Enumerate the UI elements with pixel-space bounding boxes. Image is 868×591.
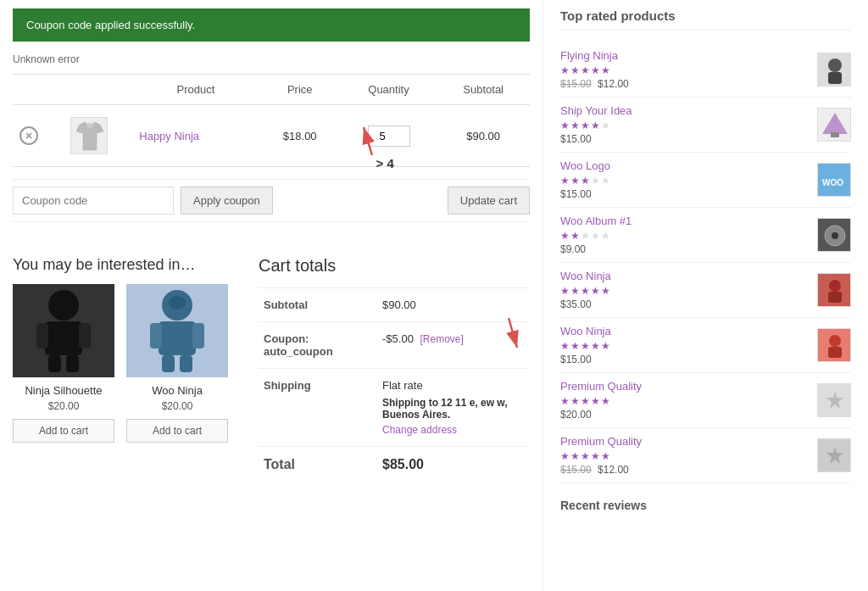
interested-product-price: $20.00 [126,400,228,412]
interested-product-name: Woo Ninja [126,384,228,397]
woo-ninja-1-thumb [818,274,851,307]
sidebar-product-info: Woo Album #1 ★★★★★ $9.00 [560,215,809,255]
sidebar-product-link[interactable]: Woo Album #1 [560,215,809,227]
ninja-silhouette-icon [13,284,114,377]
total-label: Total [259,447,377,483]
subtotal-label: Subtotal [259,288,377,322]
svg-line-18 [509,318,517,348]
svg-point-31 [829,280,841,292]
svg-rect-6 [36,323,48,348]
remove-cell: × [13,105,45,167]
cart-row: × Happy Ninja [13,105,530,167]
sidebar-product-price: $20.00 [560,409,809,421]
coupon-discount-value: -$5.00 [382,332,414,345]
col-thumb [45,75,132,105]
interested-product-name: Ninja Silhouette [13,384,114,397]
svg-text:WOO: WOO [822,178,843,187]
top-rated-title: Top rated products [560,8,851,31]
remove-coupon-button[interactable]: [Remove] [420,333,464,345]
add-to-cart-button-0[interactable]: Add to cart [13,419,114,443]
sidebar-product-thumb [817,273,851,307]
add-to-cart-button-1[interactable]: Add to cart [126,419,228,443]
remove-item-button[interactable]: × [19,126,38,145]
stars: ★★★★★ [560,285,809,297]
product-subtotal: $90.00 [466,130,500,142]
product-card: Ninja Silhouette $20.00 Add to cart [13,284,114,443]
premium-quality-2-thumb [818,439,851,472]
product-price: $18.00 [283,130,317,142]
col-subtotal: Subtotal [437,75,530,105]
shipping-label: Shipping [259,369,377,447]
total-value: $85.00 [377,447,530,483]
coupon-total-value: -$5.00 [Remove] [377,322,530,369]
sidebar-product-price: $15.00 [560,133,809,145]
woo-logo-thumb: WOO [818,164,851,197]
update-cart-button[interactable]: Update cart [448,187,530,215]
interested-title: You may be interested in… [13,256,242,274]
svg-point-29 [832,232,838,239]
svg-point-1 [86,123,93,128]
product-thumb-cell [45,105,132,167]
recent-reviews-title: Recent reviews [560,499,851,512]
sidebar-product-link[interactable]: Premium Quality [560,435,809,448]
sidebar-product: Woo Ninja ★★★★★ $15.00 [560,318,851,373]
sidebar-product-thumb [817,108,851,142]
svg-rect-14 [162,355,175,372]
stars: ★★★★★ [560,450,809,462]
stars: ★★★★★ [560,230,809,242]
sidebar-product-info: Flying Ninja ★★★★★ $15.00 $12.00 [560,49,809,90]
sidebar-product-link[interactable]: Flying Ninja [560,49,809,62]
flying-ninja-thumb [818,53,851,86]
sidebar-product-info: Woo Logo ★★★★★ $15.00 [560,159,809,200]
svg-rect-15 [180,355,192,372]
shipping-row: Shipping Flat rate Shipping to 12 11 e, … [259,369,530,447]
svg-point-34 [829,335,841,347]
svg-rect-11 [159,321,196,355]
product-thumbnail [70,117,108,154]
col-remove [13,75,45,105]
sidebar-product-link[interactable]: Premium Quality [560,380,809,393]
cart-totals-section: Cart totals Subtotal $90.00 Coupon: auto… [259,256,530,482]
svg-point-20 [828,59,842,72]
col-qty: Quantity [341,75,437,105]
woo-ninja-icon [126,284,228,377]
quantity-cell: > 4 [341,105,437,167]
products-grid: Ninja Silhouette $20.00 Add to cart [13,284,242,443]
sidebar-product-price: $35.00 [560,298,809,310]
gt4-label: > 4 [376,156,394,170]
sidebar-product-link[interactable]: Woo Logo [560,159,809,172]
quantity-input[interactable] [368,125,410,147]
svg-rect-13 [192,323,204,348]
sidebar-product-link[interactable]: Woo Ninja [560,325,809,337]
product-link[interactable]: Happy Ninja [139,130,199,142]
cart-totals-title: Cart totals [259,256,530,276]
album-thumb [818,219,851,252]
sidebar: Top rated products Flying Ninja ★★★★★ $1… [542,0,868,591]
coupon-input[interactable] [13,187,174,215]
shipping-address: Shipping to 12 11 e, ew w, Buenos Aires. [382,397,525,421]
sidebar-product-price: $9.00 [560,243,809,255]
product-card-image [126,284,228,377]
svg-rect-8 [48,355,61,372]
cart-table: Product Price Quantity Subtotal [13,74,530,167]
sidebar-product-thumb [817,53,851,86]
subtotal-value: $90.00 [377,288,530,322]
svg-rect-21 [828,72,842,84]
sidebar-product-link[interactable]: Woo Ninja [560,270,809,282]
change-address-link[interactable]: Change address [382,424,525,436]
sidebar-product-price: $15.00 [560,354,809,365]
sidebar-product-thumb [817,438,851,472]
coupon-arrow [504,314,547,365]
product-price-cell: $18.00 [259,105,341,167]
cart-totals-table: Subtotal $90.00 Coupon: auto_coupon -$5.… [259,287,530,482]
stars: ★★★★★ [560,120,809,131]
sidebar-product-price: $15.00 $12.00 [560,78,809,90]
svg-rect-35 [828,347,842,358]
sidebar-product-link[interactable]: Ship Your Idea [560,104,809,117]
apply-coupon-button[interactable]: Apply coupon [181,187,273,215]
stars: ★★★★★ [560,395,809,407]
svg-rect-5 [45,321,82,355]
sidebar-product: Premium Quality ★★★★★ $20.00 [560,373,851,428]
sidebar-product: Woo Ninja ★★★★★ $35.00 [560,263,851,318]
sidebar-product: Woo Album #1 ★★★★★ $9.00 [560,208,851,263]
